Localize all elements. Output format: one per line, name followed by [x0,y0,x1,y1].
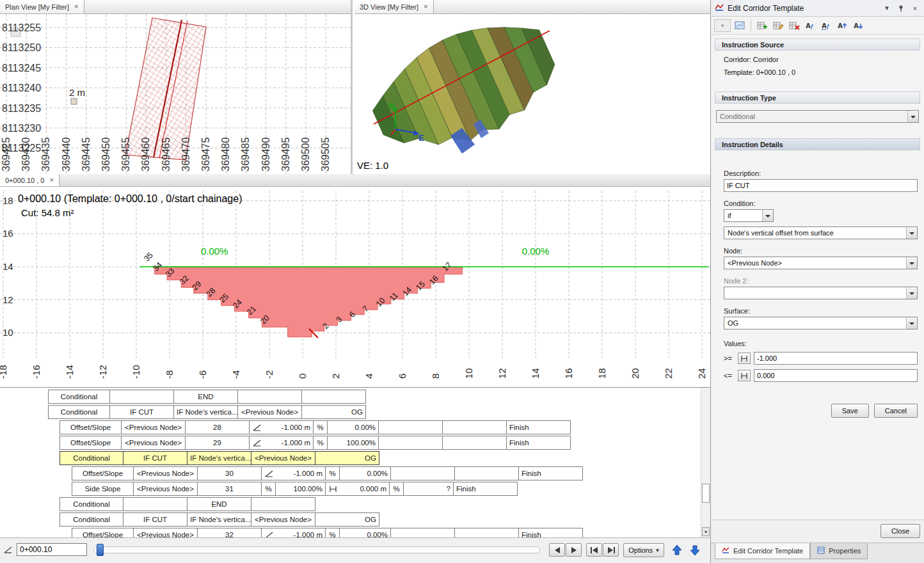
instruction-cell[interactable]: <Previous Node> [251,451,315,465]
instruction-cell[interactable]: END [174,390,238,404]
section-canvas[interactable]: 0.00%0.00%-18-16-14-12-10-8-6-4-20246810… [0,187,710,387]
instruction-cell[interactable]: Conditional [60,451,123,465]
cut-area-polygon[interactable] [155,267,463,337]
node-combo[interactable]: <Previous Node> [724,257,918,269]
pin-icon[interactable] [896,4,906,12]
instruction-cell[interactable]: % [326,528,340,537]
instruction-cell[interactable] [443,420,507,434]
instruction-cell[interactable]: Offset/Slope [60,436,122,450]
instruction-cell[interactable]: % [314,436,328,450]
description-input[interactable] [724,179,918,192]
instruction-cell[interactable]: END [187,497,251,511]
instruction-cell[interactable]: IF CUT [123,512,187,527]
instruction-cell[interactable]: IF Node's vertica... [174,405,238,419]
instruction-cell[interactable]: 30 [198,466,262,480]
instruction-cell[interactable]: <Previous Node> [122,420,186,434]
label-style-icon[interactable]: Af [819,19,833,33]
tab-edit-corridor-template[interactable]: Edit Corridor Template [715,543,810,559]
instruction-cell[interactable]: <Previous Node> [134,482,198,496]
terrain-model[interactable] [372,28,555,154]
save-button[interactable]: Save [831,404,869,418]
instruction-cell[interactable] [302,390,366,404]
chainage-slider-thumb[interactable] [97,544,104,556]
instruction-cell[interactable]: Conditional [48,390,110,404]
instruction-row[interactable]: Offset/Slope<Previous Node>32-1.000 m%0.… [72,528,700,537]
instruction-cell[interactable]: <Previous Node> [134,528,198,537]
close-icon[interactable]: × [910,4,920,12]
instruction-cell[interactable] [251,497,315,511]
options-button[interactable]: Options ▾ [623,543,664,557]
instruction-cell[interactable]: Offset/Slope [60,420,122,434]
instruction-row[interactable]: Side Slope<Previous Node>31%100.00%0.000… [72,482,700,496]
instruction-cell[interactable]: Finish [507,420,571,434]
prev-template-button[interactable] [549,543,565,557]
tab-plan-view[interactable]: Plan View [My Filter] × [0,0,84,13]
instruction-cell[interactable] [123,497,187,511]
instruction-cell[interactable]: 100.00% [328,436,379,450]
condition-combo[interactable]: if [724,209,774,222]
tab-3d-view[interactable]: 3D View [My Filter] × [354,0,434,13]
surface-combo[interactable]: OG [724,317,918,329]
cancel-button[interactable]: Cancel [874,404,918,418]
instruction-row[interactable]: ConditionalIF CUTIF Node's vertica...<Pr… [60,512,700,527]
instruction-cell[interactable]: <Previous Node> [134,466,198,480]
instruction-row[interactable]: Offset/Slope<Previous Node>29-1.000 m%10… [60,436,700,450]
instruction-row[interactable]: ConditionalIF CUTIF Node's vertica...<Pr… [60,451,700,465]
instruction-row[interactable]: Offset/Slope<Previous Node>28-1.000 m%0.… [60,420,700,434]
delete-instruction-icon[interactable] [787,19,801,33]
instruction-cell[interactable]: Conditional [60,512,123,527]
close-icon[interactable]: × [74,3,78,10]
plan-canvas[interactable]: 2 m 811325581132508113245811324081132358… [0,14,351,174]
instruction-cell[interactable]: <Previous Node> [122,436,186,450]
tab-properties[interactable]: Properties [810,543,868,559]
instruction-cell[interactable]: -1.000 m [250,420,314,434]
close-icon[interactable]: × [49,177,53,184]
edit-instruction-icon[interactable] [771,19,785,33]
instruction-cell[interactable]: ? [404,482,454,496]
instruction-cell[interactable]: Conditional [48,405,110,419]
instruction-type-combo[interactable]: Conditional [716,110,919,123]
instruction-cell[interactable]: 31 [198,482,262,496]
label-down-icon[interactable]: A [851,19,865,33]
instruction-cell[interactable]: Finish [454,482,518,496]
toolbar-history-dropdown[interactable]: ▾ [714,19,731,32]
instruction-cell[interactable]: Offset/Slope [72,466,134,480]
offset-measure-icon[interactable] [738,353,751,364]
label-up-icon[interactable]: A [835,19,849,33]
instruction-cell[interactable]: IF Node's vertica... [187,512,251,527]
scrollbar-down-button[interactable]: ▾ [702,527,710,536]
plan-drawing[interactable]: 2 m 811325581132508113245811324081132358… [0,14,351,174]
instruction-cell[interactable]: % [262,482,276,496]
instruction-cell[interactable]: <Previous Node> [251,512,315,527]
instruction-row[interactable]: ConditionalIF CUTIF Node's vertica...<Pr… [48,405,700,419]
instruction-cell[interactable] [110,390,174,404]
tab-section[interactable]: 0+000.10 , 0 × [0,174,60,186]
add-instruction-icon[interactable] [755,19,769,33]
instruction-cell[interactable]: 0.00% [340,466,391,480]
instruction-cell[interactable] [455,466,519,480]
instruction-cell[interactable]: IF Node's vertica... [187,451,251,465]
instruction-cell[interactable]: % [390,482,404,496]
scrollbar-thumb[interactable] [702,484,710,503]
instruction-cell[interactable] [391,466,455,480]
lte-value-input[interactable] [754,369,918,382]
view3d-canvas[interactable]: N E VE: 1.0 [354,14,710,174]
instruction-cell[interactable]: 28 [186,420,250,434]
move-down-button[interactable] [687,543,703,559]
instruction-cell[interactable]: 0.000 m [326,482,390,496]
instruction-cell[interactable]: Conditional [60,497,123,511]
instruction-cell[interactable]: OG [315,512,379,527]
instruction-cell[interactable]: OG [302,405,366,419]
table-scrollbar[interactable]: ▾ [701,388,710,537]
instruction-cell[interactable]: % [326,466,340,480]
condition-expression-combo[interactable]: Node's vertical offset from surface [724,226,918,239]
close-icon[interactable]: × [424,3,427,10]
instruction-cell[interactable]: Finish [519,466,583,480]
instruction-cell[interactable]: -1.000 m [262,528,326,537]
instruction-cell[interactable]: 32 [198,528,262,537]
close-button[interactable]: Close [880,524,920,538]
instruction-cell[interactable] [443,436,507,450]
move-up-button[interactable] [669,543,685,559]
view3d-drawing[interactable]: N E VE: 1.0 [354,14,710,174]
chevron-down-icon[interactable]: ▾ [882,4,892,12]
